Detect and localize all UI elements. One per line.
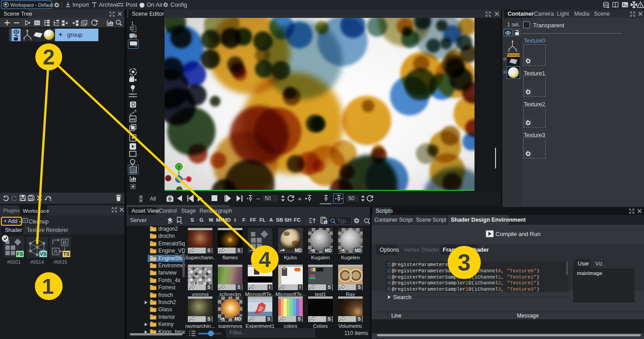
- svg-text:X: X: [516, 50, 517, 52]
- svg-text:y: y: [178, 164, 180, 169]
- svg-text:Z: Z: [508, 50, 510, 52]
- svg-text:x: x: [188, 177, 190, 181]
- svg-text:Y: Y: [512, 40, 513, 42]
- svg-text:i: i: [325, 221, 326, 224]
- svg-text:HS: HS: [130, 117, 136, 121]
- svg-text:G: G: [84, 21, 86, 24]
- svg-text:A: A: [54, 248, 58, 255]
- svg-text:Z: Z: [24, 38, 25, 40]
- svg-text:z: z: [178, 177, 180, 181]
- svg-text:B: B: [63, 239, 67, 246]
- svg-text:X: X: [30, 38, 32, 40]
